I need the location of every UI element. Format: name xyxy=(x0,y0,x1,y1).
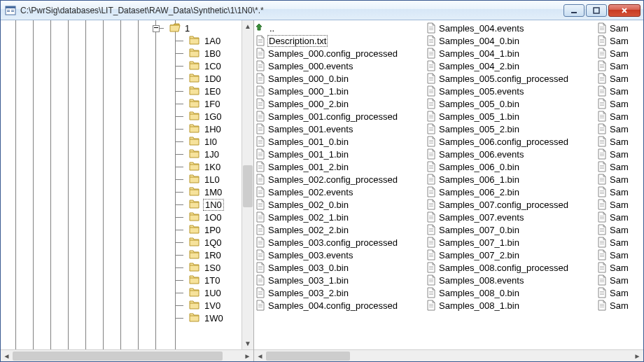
file-item[interactable]: Samples_003_1.bin xyxy=(255,274,426,286)
file-item[interactable]: Sam xyxy=(597,198,639,211)
file-item[interactable]: Sam xyxy=(597,186,639,198)
tree-node[interactable]: 1C0 xyxy=(155,60,225,72)
file-item[interactable]: Samples_005.events xyxy=(426,85,597,97)
file-item[interactable]: Samples_004.config_processed xyxy=(255,299,426,312)
file-item[interactable]: Sam xyxy=(597,110,639,123)
file-item[interactable]: Sam xyxy=(597,85,639,97)
file-item[interactable]: Samples_008_1.bin xyxy=(426,299,597,312)
file-item[interactable]: Sam xyxy=(597,261,639,274)
file-item[interactable]: Samples_006_0.bin xyxy=(426,160,597,173)
tree-node[interactable]: 1P0 xyxy=(155,223,225,236)
tree-node[interactable]: 1D0 xyxy=(155,72,225,85)
file-item[interactable]: Sam xyxy=(597,160,639,173)
tree-node[interactable]: 1A0 xyxy=(155,34,225,47)
file-item[interactable]: Samples_002_2.bin xyxy=(255,223,426,236)
file-item[interactable]: Samples_007_0.bin xyxy=(426,223,597,236)
file-item[interactable]: Sam xyxy=(597,223,639,236)
tree-node[interactable]: 1H0 xyxy=(155,123,225,135)
scroll-down-icon[interactable]: ▼ xyxy=(242,337,253,349)
tree-node[interactable]: 1J0 xyxy=(155,148,225,160)
tree-node[interactable]: 1T0 xyxy=(155,274,225,286)
file-item[interactable]: Samples_008_0.bin xyxy=(426,286,597,299)
file-item[interactable]: Samples_002_1.bin xyxy=(255,211,426,223)
file-item[interactable]: Samples_007.events xyxy=(426,211,597,223)
scroll-left-icon[interactable]: ◄ xyxy=(254,351,266,361)
up-directory[interactable]: .. xyxy=(255,22,426,34)
file-item[interactable]: Samples_007_1.bin xyxy=(426,236,597,249)
file-item[interactable]: Samples_005_0.bin xyxy=(426,97,597,110)
list-horizontal-scrollbar[interactable]: ◄ ► xyxy=(254,349,643,361)
file-item[interactable]: Sam xyxy=(597,97,639,110)
minimize-button[interactable] xyxy=(564,4,584,17)
file-item[interactable]: Samples_000.events xyxy=(255,60,426,72)
file-item[interactable]: Samples_003.config_processed xyxy=(255,236,426,249)
file-item[interactable]: Sam xyxy=(597,22,639,34)
tree-node[interactable]: 1L0 xyxy=(155,173,225,186)
file-item[interactable]: Samples_000_1.bin xyxy=(255,85,426,97)
file-item[interactable]: Samples_000_0.bin xyxy=(255,72,426,85)
file-item[interactable]: Samples_007_2.bin xyxy=(426,249,597,261)
file-item[interactable]: Sam xyxy=(597,148,639,160)
file-item[interactable]: Sam xyxy=(597,286,639,299)
tree-node[interactable]: 1F0 xyxy=(155,97,225,110)
file-item[interactable]: Samples_004.events xyxy=(426,22,597,34)
file-item[interactable]: Samples_004_2.bin xyxy=(426,60,597,72)
file-item[interactable]: Samples_001_0.bin xyxy=(255,135,426,148)
file-item[interactable]: Samples_000.config_processed xyxy=(255,47,426,60)
tree-node[interactable]: 1R0 xyxy=(155,249,225,261)
file-item[interactable]: Samples_005.config_processed xyxy=(426,72,597,85)
file-item[interactable]: Samples_003.events xyxy=(255,249,426,261)
scroll-right-icon[interactable]: ► xyxy=(631,351,643,361)
tree-node[interactable]: 1K0 xyxy=(155,160,225,173)
tree-node-parent[interactable]: 1 xyxy=(155,22,225,34)
tree-node[interactable]: 1V0 xyxy=(155,299,225,312)
file-item[interactable]: Sam xyxy=(597,211,639,223)
close-button[interactable] xyxy=(608,4,640,17)
tree-node[interactable]: 1O0 xyxy=(155,211,225,223)
file-item[interactable]: Samples_006_2.bin xyxy=(426,186,597,198)
file-item[interactable]: Sam xyxy=(597,173,639,186)
file-item[interactable]: Sam xyxy=(597,47,639,60)
file-item[interactable]: Sam xyxy=(597,274,639,286)
file-item[interactable]: Samples_000_2.bin xyxy=(255,97,426,110)
file-item[interactable]: Samples_008.events xyxy=(426,274,597,286)
file-item[interactable]: Samples_004_0.bin xyxy=(426,34,597,47)
file-item[interactable]: Sam xyxy=(597,60,639,72)
tree-node[interactable]: 1W0 xyxy=(155,312,225,324)
scroll-right-icon[interactable]: ► xyxy=(241,351,253,361)
tree-vertical-scrollbar[interactable]: ▲ ▼ xyxy=(241,20,253,349)
file-item[interactable]: Samples_002.events xyxy=(255,186,426,198)
file-item[interactable]: Samples_006.config_processed xyxy=(426,135,597,148)
file-item[interactable]: Samples_005_2.bin xyxy=(426,123,597,135)
tree-node[interactable]: 1M0 xyxy=(155,186,225,198)
file-item[interactable]: Description.txt xyxy=(255,34,426,47)
tree-node[interactable]: 1N0 xyxy=(155,198,225,211)
file-item[interactable]: Sam xyxy=(597,135,639,148)
file-item[interactable]: Samples_008.config_processed xyxy=(426,261,597,274)
file-item[interactable]: Sam xyxy=(597,123,639,135)
file-item[interactable]: Samples_007.config_processed xyxy=(426,198,597,211)
file-item[interactable]: Sam xyxy=(597,34,639,47)
file-item[interactable]: Samples_006.events xyxy=(426,148,597,160)
file-item[interactable]: Samples_005_1.bin xyxy=(426,110,597,123)
file-item[interactable]: Samples_001.config_processed xyxy=(255,110,426,123)
file-item[interactable]: Samples_001_1.bin xyxy=(255,148,426,160)
file-item[interactable]: Samples_001_2.bin xyxy=(255,160,426,173)
tree-node[interactable]: 1I0 xyxy=(155,135,225,148)
scroll-left-icon[interactable]: ◄ xyxy=(1,351,13,361)
tree-node[interactable]: 1B0 xyxy=(155,47,225,60)
file-item[interactable]: Sam xyxy=(597,72,639,85)
file-item[interactable]: Samples_004_1.bin xyxy=(426,47,597,60)
tree-horizontal-scrollbar[interactable]: ◄ ► xyxy=(1,349,253,361)
file-item[interactable]: Sam xyxy=(597,236,639,249)
file-item[interactable]: Samples_002_0.bin xyxy=(255,198,426,211)
file-item[interactable]: Samples_003_2.bin xyxy=(255,286,426,299)
folder-tree[interactable]: 1 1A01B01C01D01E01F01G01H01I01J01K01L01M… xyxy=(1,20,253,349)
file-item[interactable]: Samples_003_0.bin xyxy=(255,261,426,274)
tree-node[interactable]: 1E0 xyxy=(155,85,225,97)
tree-node[interactable]: 1G0 xyxy=(155,110,225,123)
file-item[interactable]: Sam xyxy=(597,299,639,312)
tree-node[interactable]: 1Q0 xyxy=(155,236,225,249)
file-item[interactable]: Samples_001.events xyxy=(255,123,426,135)
file-item[interactable]: Sam xyxy=(597,249,639,261)
